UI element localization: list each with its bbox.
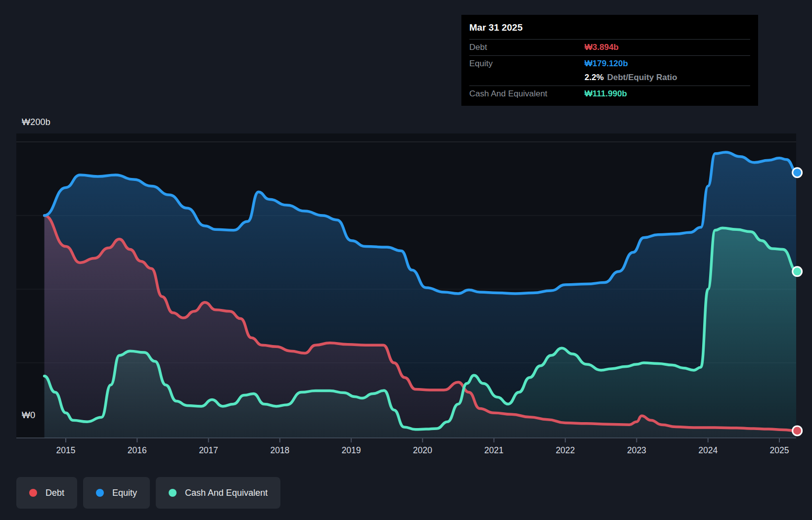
y-axis-label-200b: ₩200b xyxy=(22,117,50,128)
tooltip-equity-label: Equity xyxy=(469,59,585,69)
legend-dot-icon xyxy=(96,489,104,497)
x-axis-label-2021: 2021 xyxy=(484,445,503,456)
tooltip-ratio-label: Debt/Equity Ratio xyxy=(607,73,677,83)
legend-dot-icon xyxy=(169,489,177,497)
x-axis-label-2023: 2023 xyxy=(627,445,646,456)
tooltip-equity-value: ₩179.120b xyxy=(585,59,628,69)
x-axis-label-2018: 2018 xyxy=(270,445,289,456)
tooltip-cash-value: ₩111.990b xyxy=(585,89,627,99)
tooltip-ratio-value: 2.2% xyxy=(585,73,604,83)
tooltip-debt-label: Debt xyxy=(469,43,585,52)
x-axis-label-2025: 2025 xyxy=(770,445,789,456)
debt-equity-chart: ₩200b ₩0 2015201620172018201920202021202… xyxy=(0,0,812,520)
tooltip-row-equity: Equity ₩179.120b xyxy=(469,55,750,72)
debt-endpoint-marker xyxy=(793,426,802,435)
chart-tooltip: Mar 31 2025 Debt ₩3.894b Equity ₩179.120… xyxy=(461,15,758,106)
x-axis-label-2017: 2017 xyxy=(199,445,218,456)
x-axis-label-2022: 2022 xyxy=(556,445,575,456)
chart-legend: DebtEquityCash And Equivalent xyxy=(16,477,280,509)
tooltip-cash-label: Cash And Equivalent xyxy=(469,89,585,99)
cash-and-equivalent-endpoint-marker xyxy=(793,267,802,276)
x-axis-label-2019: 2019 xyxy=(342,445,361,456)
legend-label: Debt xyxy=(45,488,64,498)
legend-chip-equity[interactable]: Equity xyxy=(83,477,150,509)
tooltip-row-cash: Cash And Equivalent ₩111.990b xyxy=(469,86,750,102)
equity-endpoint-marker xyxy=(793,168,802,177)
x-axis-label-2016: 2016 xyxy=(128,445,147,456)
legend-chip-debt[interactable]: Debt xyxy=(16,477,77,509)
legend-label: Cash And Equivalent xyxy=(185,488,268,498)
legend-label: Equity xyxy=(112,488,137,498)
x-axis-label-2020: 2020 xyxy=(413,445,432,456)
tooltip-row-debt: Debt ₩3.894b xyxy=(469,39,750,55)
y-axis-label-0: ₩0 xyxy=(22,410,35,421)
tooltip-debt-value: ₩3.894b xyxy=(585,43,619,52)
x-axis-label-2024: 2024 xyxy=(698,445,718,456)
legend-dot-icon xyxy=(29,489,37,497)
tooltip-date: Mar 31 2025 xyxy=(469,21,750,39)
tooltip-row-ratio: 2.2% Debt/Equity Ratio xyxy=(469,72,750,86)
x-axis-label-2015: 2015 xyxy=(56,445,76,456)
legend-chip-cash-and-equivalent[interactable]: Cash And Equivalent xyxy=(156,477,280,509)
